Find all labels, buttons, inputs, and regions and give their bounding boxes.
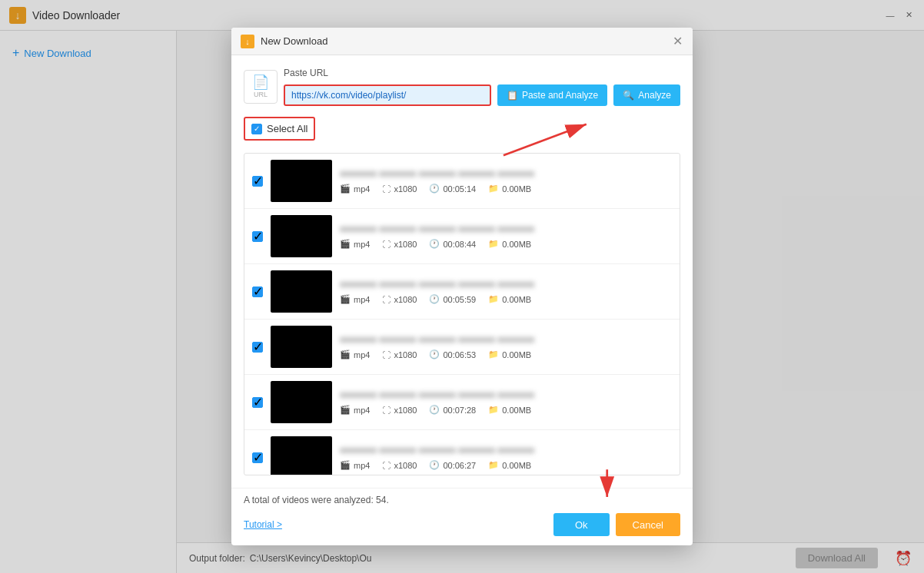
format-5: mp4 [354, 406, 370, 415]
film-icon-6: 🎬 [340, 460, 351, 470]
select-all-label: Select All [267, 123, 307, 134]
analyze-button[interactable]: 🔍 Analyze [613, 84, 680, 106]
video-checkbox-2[interactable]: ✓ [252, 231, 263, 242]
video-checkbox-5[interactable]: ✓ [252, 397, 263, 408]
meta-size-5: 📁 0.00MB [488, 405, 531, 415]
table-row: ✓ xxxxxxxx xxxxxxxx xxxxxxxx xxxxxxxx xx… [244, 320, 680, 375]
video-checkbox-6[interactable]: ✓ [252, 452, 263, 463]
check-icon-4: ✓ [253, 339, 263, 354]
video-thumbnail-2 [271, 215, 332, 257]
clock-icon-5: 🕐 [429, 405, 440, 415]
meta-resolution-3: ⛶ x1080 [382, 294, 417, 304]
video-meta-3: 🎬 mp4 ⛶ x1080 🕐 00:05:59 [340, 294, 672, 304]
folder-icon-1: 📁 [488, 184, 499, 194]
size-6: 0.00MB [502, 461, 531, 470]
video-meta-1: 🎬 mp4 ⛶ x1080 🕐 00:05:14 [340, 184, 672, 194]
dialog-footer: A total of videos were analyzed: 54. Tut… [231, 488, 693, 545]
video-meta-2: 🎬 mp4 ⛶ x1080 🕐 00:08:44 [340, 239, 672, 249]
check-mark-icon: ✓ [254, 125, 260, 133]
url-label-text: URL [254, 91, 268, 98]
format-2: mp4 [354, 240, 370, 249]
url-right: Paste URL 📋 Paste and Analyze 🔍 Analyze [284, 68, 680, 106]
duration-1: 00:05:14 [443, 184, 476, 194]
dialog-titlebar: ↓ New Download ✕ [231, 28, 693, 55]
size-1: 0.00MB [502, 184, 531, 194]
expand-icon-6: ⛶ [382, 461, 391, 470]
meta-duration-4: 🕐 00:06:53 [429, 349, 476, 359]
video-thumbnail-5 [271, 381, 332, 423]
film-icon-2: 🎬 [340, 239, 351, 249]
size-2: 0.00MB [502, 240, 531, 249]
meta-duration-5: 🕐 00:07:28 [429, 405, 476, 415]
video-title-3: xxxxxxxx xxxxxxxx xxxxxxxx xxxxxxxx xxxx… [340, 279, 672, 290]
paste-analyze-label: Paste and Analyze [522, 90, 598, 101]
folder-icon-5: 📁 [488, 405, 499, 415]
format-6: mp4 [354, 461, 370, 470]
meta-resolution-1: ⛶ x1080 [382, 184, 417, 194]
video-title-4: xxxxxxxx xxxxxxxx xxxxxxxx xxxxxxxx xxxx… [340, 334, 672, 345]
meta-duration-6: 🕐 00:06:27 [429, 460, 476, 470]
select-all-container: ✓ Select All [244, 117, 680, 147]
video-title-5: xxxxxxxx xxxxxxxx xxxxxxxx xxxxxxxx xxxx… [340, 389, 672, 400]
clock-icon-4: 🕐 [429, 349, 440, 359]
video-info-6: xxxxxxxx xxxxxxxx xxxxxxxx xxxxxxxx xxxx… [340, 445, 672, 470]
tutorial-button[interactable]: Tutorial > [244, 519, 282, 530]
expand-icon-4: ⛶ [382, 350, 391, 359]
video-checkbox-3[interactable]: ✓ [252, 286, 263, 297]
meta-resolution-5: ⛶ x1080 [382, 405, 417, 415]
video-thumbnail-3 [271, 270, 332, 313]
check-icon-5: ✓ [253, 395, 263, 409]
video-title-1: xxxxxxxx xxxxxxxx xxxxxxxx xxxxxxxx xxxx… [340, 168, 672, 179]
format-4: mp4 [354, 350, 370, 359]
check-icon-6: ✓ [253, 450, 263, 465]
dialog-title: New Download [261, 35, 327, 47]
paste-and-analyze-button[interactable]: 📋 Paste and Analyze [497, 84, 607, 106]
video-checkbox-1[interactable]: ✓ [252, 176, 263, 187]
folder-icon-2: 📁 [488, 239, 499, 249]
ok-button[interactable]: Ok [553, 513, 610, 536]
video-list-container[interactable]: ✓ xxxxxxxx xxxxxxxx xxxxxxxx xxxxxxxx xx… [244, 153, 680, 475]
video-title-6: xxxxxxxx xxxxxxxx xxxxxxxx xxxxxxxx xxxx… [340, 445, 672, 455]
dialog-icon-arrow: ↓ [245, 37, 250, 46]
url-icon-box: 📄 URL [244, 70, 278, 104]
clock-icon-6: 🕐 [429, 460, 440, 470]
meta-resolution-6: ⛶ x1080 [382, 460, 417, 470]
dialog-close-button[interactable]: ✕ [670, 34, 685, 49]
size-3: 0.00MB [502, 295, 531, 304]
resolution-4: x1080 [394, 350, 417, 359]
video-info-3: xxxxxxxx xxxxxxxx xxxxxxxx xxxxxxxx xxxx… [340, 279, 672, 304]
expand-icon-3: ⛶ [382, 295, 391, 304]
url-paper-icon: 📄 [252, 75, 269, 89]
meta-format-1: 🎬 mp4 [340, 184, 370, 194]
duration-3: 00:05:59 [443, 295, 476, 304]
meta-resolution-4: ⛶ x1080 [382, 349, 417, 359]
select-all-checkbox[interactable]: ✓ [251, 124, 262, 134]
meta-resolution-2: ⛶ x1080 [382, 239, 417, 249]
app-window: ↓ Video Downloader — ✕ + New Download Ou… [0, 0, 924, 573]
meta-size-6: 📁 0.00MB [488, 460, 531, 470]
duration-6: 00:06:27 [443, 461, 476, 470]
table-row: ✓ xxxxxxxx xxxxxxxx xxxxxxxx xxxxxxxx xx… [244, 264, 680, 320]
dialog-body: 📄 URL Paste URL 📋 Paste and Analyze [231, 55, 693, 488]
folder-icon-4: 📁 [488, 349, 499, 359]
video-thumbnail-1 [271, 160, 332, 202]
table-row: ✓ xxxxxxxx xxxxxxxx xxxxxxxx xxxxxxxx xx… [244, 430, 680, 475]
video-checkbox-4[interactable]: ✓ [252, 342, 263, 353]
table-row: ✓ xxxxxxxx xxxxxxxx xxxxxxxx xxxxxxxx xx… [244, 209, 680, 264]
meta-format-2: 🎬 mp4 [340, 239, 370, 249]
check-icon-3: ✓ [253, 284, 263, 299]
meta-duration-3: 🕐 00:05:59 [429, 294, 476, 304]
dialog-actions-row: Tutorial > Ok Cancel [244, 513, 680, 536]
meta-duration-1: 🕐 00:05:14 [429, 184, 476, 194]
select-all-row[interactable]: ✓ Select All [244, 117, 315, 141]
new-download-dialog: ↓ New Download ✕ 📄 URL Paste URL [231, 28, 693, 545]
video-meta-4: 🎬 mp4 ⛶ x1080 🕐 00:06:53 [340, 349, 672, 359]
meta-format-3: 🎬 mp4 [340, 294, 370, 304]
dialog-icon: ↓ [241, 35, 254, 48]
meta-size-2: 📁 0.00MB [488, 239, 531, 249]
url-input[interactable] [284, 84, 491, 106]
duration-2: 00:08:44 [443, 240, 476, 249]
meta-format-6: 🎬 mp4 [340, 460, 370, 470]
table-row: ✓ xxxxxxxx xxxxxxxx xxxxxxxx xxxxxxxx xx… [244, 154, 680, 209]
cancel-button[interactable]: Cancel [616, 513, 680, 536]
